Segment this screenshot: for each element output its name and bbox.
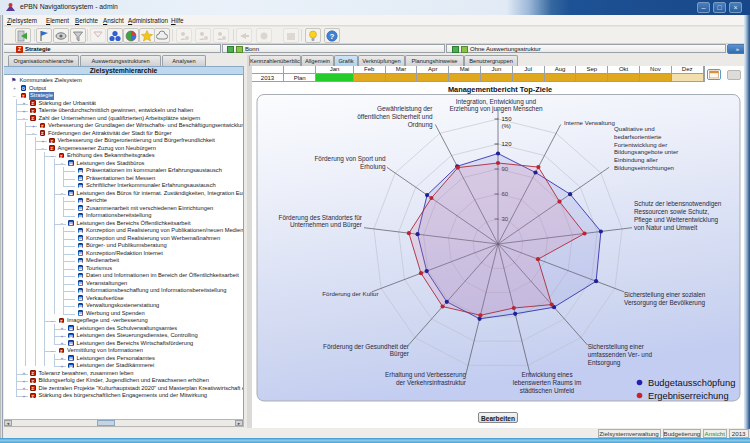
svg-text:Entwicklung eines: Entwicklung eines <box>521 371 572 379</box>
svg-text:Sicherstellung einer: Sicherstellung einer <box>588 343 645 351</box>
svg-text:Sicherstellung einer sozialen: Sicherstellung einer sozialen <box>624 291 706 299</box>
svg-text:Erhaltung und Verbesserung: Erhaltung und Verbesserung <box>385 371 466 379</box>
svg-text:Förderung der Kultur: Förderung der Kultur <box>322 290 378 297</box>
svg-text:Pflege und Weiterentwicklung: Pflege und Weiterentwicklung <box>634 216 719 224</box>
svg-text:Versorgung der Bevölkerung: Versorgung der Bevölkerung <box>624 299 705 307</box>
svg-text:Schutz der lebensnotwendigen: Schutz der lebensnotwendigen <box>634 200 722 208</box>
svg-text:Entsorgung: Entsorgung <box>588 359 621 367</box>
svg-text:Erholung: Erholung <box>360 163 386 171</box>
svg-text:Interne Verwaltung: Interne Verwaltung <box>564 119 615 126</box>
svg-text:Qualitative und: Qualitative und <box>614 125 655 132</box>
svg-text:Ergebniserreichung: Ergebniserreichung <box>648 391 729 401</box>
svg-text:?: ? <box>330 32 335 41</box>
svg-text:120: 120 <box>502 141 513 147</box>
svg-text:150: 150 <box>502 116 513 122</box>
svg-text:Erziehung von jungen Menschen: Erziehung von jungen Menschen <box>449 105 543 113</box>
svg-text:Ordnung: Ordnung <box>408 121 433 129</box>
svg-text:umfassenden Ver- und: umfassenden Ver- und <box>588 351 653 358</box>
svg-text:(%): (%) <box>502 123 511 129</box>
svg-text:der Verkehrsinfrastruktur: der Verkehrsinfrastruktur <box>396 379 467 386</box>
svg-text:lebenswerten Raums im: lebenswerten Raums im <box>513 379 582 386</box>
svg-text:von Natur und Umwelt: von Natur und Umwelt <box>634 224 697 231</box>
svg-text:Budgetausschöpfung: Budgetausschöpfung <box>648 378 735 388</box>
svg-text:Fortentwicklung der: Fortentwicklung der <box>614 141 667 148</box>
svg-text:städtischen Umfeld: städtischen Umfeld <box>520 387 575 394</box>
svg-text:Bürger: Bürger <box>390 350 410 358</box>
svg-text:Ressourcen sowie Schutz,: Ressourcen sowie Schutz, <box>634 208 710 215</box>
svg-text:Gewährleistung der: Gewährleistung der <box>377 105 433 113</box>
svg-text:öffentlichen Sicherheit und: öffentlichen Sicherheit und <box>357 113 433 120</box>
svg-text:bedarfsorientierte: bedarfsorientierte <box>614 133 662 140</box>
svg-text:Einbindung aller: Einbindung aller <box>614 156 658 163</box>
svg-text:Bildungsangebote unter: Bildungsangebote unter <box>614 148 678 155</box>
svg-text:Bildungseinrichtungen: Bildungseinrichtungen <box>614 164 674 171</box>
svg-text:Unternehmen und Bürger: Unternehmen und Bürger <box>290 221 363 229</box>
svg-text:Förderung der Gesundheit der: Förderung der Gesundheit der <box>323 343 410 351</box>
